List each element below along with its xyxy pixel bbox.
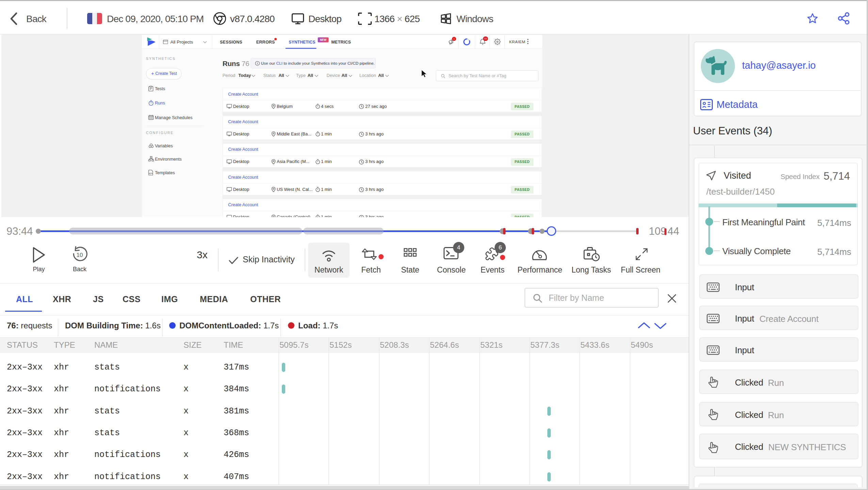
svg-text:10: 10 xyxy=(77,252,83,258)
